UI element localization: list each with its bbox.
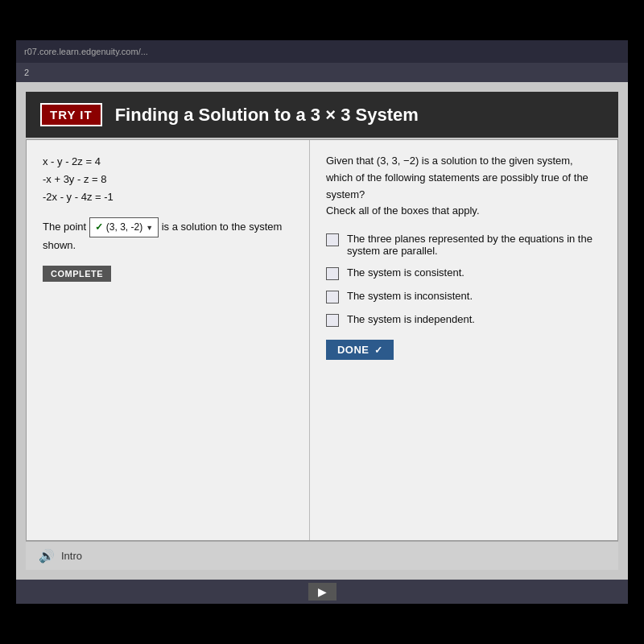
bottom-bar: ▶ (16, 580, 628, 604)
main-panel: x - y - 2z = 4 -x + 3y - z = 8 -2x - y -… (26, 139, 618, 541)
nav-forward-button[interactable]: ▶ (308, 583, 336, 601)
footer-bar: 🔊 Intro (26, 541, 618, 570)
checkbox-item-parallel[interactable]: The three planes represented by the equa… (326, 233, 601, 257)
right-panel: Given that (3, 3, −2) is a solution to t… (310, 140, 617, 540)
tab-bar: 2 (16, 63, 628, 82)
checkbox-label-independent: The system is independent. (347, 313, 475, 325)
question-line1: Given that (3, 3, −2) is a solution to t… (326, 155, 588, 200)
question-line2: Check all of the boxes that apply. (326, 204, 480, 217)
equation-3: -2x - y - 4z = -1 (43, 188, 293, 206)
intro-label[interactable]: Intro (61, 550, 82, 562)
solution-dropdown[interactable]: ✓ (3, 3, -2) ▼ (89, 217, 159, 237)
checkbox-label-parallel: The three planes represented by the equa… (347, 233, 601, 257)
page-title: Finding a Solution to a 3 × 3 System (115, 105, 419, 126)
equations-block: x - y - 2z = 4 -x + 3y - z = 8 -2x - y -… (43, 153, 293, 206)
try-it-badge: TRY IT (40, 103, 102, 126)
screen: r07.core.learn.edgenuity.com/... 2 TRY I… (16, 40, 628, 604)
complete-button[interactable]: COMPLETE (43, 266, 111, 282)
checkbox-label-inconsistent: The system is inconsistent. (347, 290, 473, 302)
question-text: Given that (3, 3, −2) is a solution to t… (326, 153, 601, 220)
solution-intro: The point (43, 221, 86, 233)
checkbox-parallel[interactable] (326, 233, 339, 246)
equation-2: -x + 3y - z = 8 (43, 171, 293, 188)
left-panel: x - y - 2z = 4 -x + 3y - z = 8 -2x - y -… (27, 140, 310, 540)
checkbox-inconsistent[interactable] (326, 291, 339, 303)
done-label: DONE (337, 344, 369, 356)
browser-bar: r07.core.learn.edgenuity.com/... (16, 40, 628, 63)
equation-1: x - y - 2z = 4 (43, 153, 293, 171)
solution-value: (3, 3, -2) (106, 220, 142, 235)
audio-icon[interactable]: 🔊 (39, 548, 55, 564)
done-check-icon: ✓ (374, 345, 383, 356)
checkbox-item-inconsistent[interactable]: The system is inconsistent. (326, 290, 601, 303)
browser-url: r07.core.learn.edgenuity.com/... (24, 47, 148, 56)
checkbox-label-consistent: The system is consistent. (347, 266, 464, 279)
header-banner: TRY IT Finding a Solution to a 3 × 3 Sys… (26, 92, 618, 138)
checkbox-item-independent[interactable]: The system is independent. (326, 313, 601, 327)
done-button[interactable]: DONE ✓ (326, 340, 394, 360)
content-area: TRY IT Finding a Solution to a 3 × 3 Sys… (16, 82, 628, 580)
checkbox-list: The three planes represented by the equa… (326, 233, 601, 327)
tab-label: 2 (24, 68, 29, 77)
checkbox-consistent[interactable] (326, 267, 339, 280)
checkbox-independent[interactable] (326, 314, 339, 327)
solution-text: The point ✓ (3, 3, -2) ▼ is a solution t… (43, 217, 293, 254)
solution-check: ✓ (95, 220, 103, 235)
checkbox-item-consistent[interactable]: The system is consistent. (326, 266, 601, 280)
dropdown-arrow-icon: ▼ (146, 222, 153, 233)
